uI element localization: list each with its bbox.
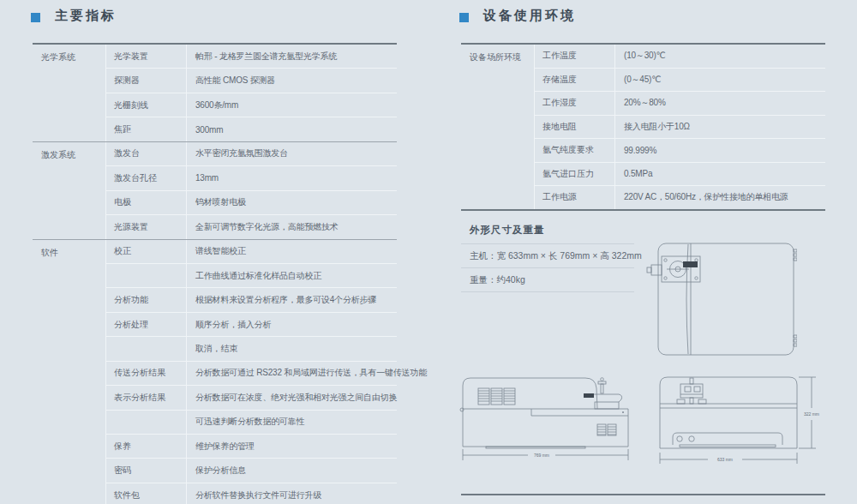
machine-body-outline	[658, 243, 794, 355]
spec-label: 接地电阻	[535, 116, 615, 139]
vents-top	[478, 388, 515, 405]
table-row: 工作电源 220V AC，50/60Hz，保护性接地的单相电源	[535, 185, 825, 209]
spec-value: 20%～80%	[615, 92, 825, 115]
table-row: 工作温度 (10～30)℃	[535, 45, 825, 68]
table-row: 激发台 水平密闭充氩氛围激发台	[106, 142, 397, 165]
bottom-divider	[461, 494, 825, 495]
side-knob	[460, 408, 464, 411]
table-row: 氩气纯度要求 99.999%	[535, 138, 825, 162]
spec-label: 保养	[106, 435, 187, 458]
vents-lower	[597, 424, 616, 435]
spec-label: 工作电源	[535, 186, 615, 209]
table-row: 接地电阻 接入电阻小于10Ω	[535, 115, 825, 139]
spec-label: 氩气纯度要求	[535, 139, 615, 162]
base-recess	[673, 433, 782, 447]
table-row: 焦距 300mm	[106, 117, 397, 141]
spec-value: 220V AC，50/60Hz，保护性接地的单相电源	[615, 186, 825, 209]
section-bullet-icon	[459, 13, 469, 22]
length-dimension-line: 769 mm	[463, 449, 628, 460]
spec-value: 高性能 CMOS 探测器	[187, 69, 397, 92]
spec-value: 谱线智能校正	[187, 240, 397, 263]
table-row: 存储温度 (0～45)℃	[535, 68, 825, 92]
spec-value: 3600条/mm	[187, 93, 397, 117]
spec-label: 分析功能	[106, 288, 187, 311]
environment-table: 设备场所环境 工作温度 (10～30)℃ 存储温度 (0～45)℃ 工作湿度 2…	[461, 43, 825, 211]
group-label: 激发系统	[33, 142, 106, 239]
spec-value: 根据材料来设置分析程序，最多可设4个分析步骤	[187, 288, 397, 311]
clamp-assembly	[677, 378, 706, 404]
spec-label: 校正	[106, 240, 187, 263]
spec-value: 保护分析信息	[187, 459, 397, 482]
spec-value: 分析数据可在浓度、绝对光强和相对光强之间自由切换	[187, 386, 397, 409]
table-row: 传送分析结果 分析数据可通过 RS232 和局域网进行传送，具有一键传送功能	[106, 361, 397, 385]
spec-value: 13mm	[187, 166, 397, 189]
group-label: 光学系统	[33, 45, 106, 141]
host-dimensions-text: 主机：宽 633mm × 长 769mm × 高 322mm	[470, 244, 642, 267]
spec-label	[106, 411, 187, 434]
table-row: 分析功能 根据材料来设置分析程序，最多可设4个分析步骤	[106, 287, 397, 311]
weight-text: 重量：约40kg	[470, 268, 525, 291]
table-row: 表示分析结果 分析数据可在浓度、绝对光强和相对光强之间自由切换	[106, 385, 397, 409]
hinges	[794, 249, 797, 346]
group-rows: 工作温度 (10～30)℃ 存储温度 (0～45)℃ 工作湿度 20%～80% …	[535, 45, 825, 209]
spec-page: 主要指标 设备使用环境 光学系统 光学装置 帕邢 - 龙格罗兰圆全谱充氩型光学系…	[0, 0, 857, 504]
spec-value: 水平密闭充氩氛围激发台	[187, 142, 397, 165]
spec-value: 钨材喷射电极	[187, 191, 397, 214]
spec-value: 分析软件替换执行文件可进行升级	[187, 483, 397, 504]
table-group-environment: 设备场所环境 工作温度 (10～30)℃ 存储温度 (0～45)℃ 工作湿度 2…	[461, 45, 825, 209]
spec-label: 光源装置	[106, 215, 187, 238]
table-row: 激发台孔径 13mm	[106, 165, 397, 189]
spec-value: 工作曲线通过标准化样品自动校正	[187, 264, 397, 287]
top-view-drawing	[646, 242, 797, 357]
spec-label	[106, 264, 187, 287]
spec-label: 激发台孔径	[106, 166, 187, 189]
lid-seam	[686, 243, 691, 355]
table-row: 保养 维护保养的管理	[106, 434, 397, 458]
spark-stand-assembly	[647, 256, 700, 282]
spec-label: 光学装置	[106, 45, 187, 68]
left-section-title: 主要指标	[55, 8, 117, 24]
spec-value: 维护保养的管理	[187, 435, 397, 458]
spec-label: 密码	[106, 459, 187, 482]
spec-label: 工作湿度	[535, 92, 615, 115]
main-indicators-table: 光学系统 光学装置 帕邢 - 龙格罗兰圆全谱充氩型光学系统 探测器 高性能 CM…	[33, 43, 397, 504]
spec-label: 分析处理	[106, 313, 187, 336]
table-row: 软件包 分析软件替换执行文件可进行升级	[106, 483, 397, 504]
right-section-title: 设备使用环境	[483, 8, 576, 24]
spec-label: 存储温度	[535, 69, 615, 92]
table-row: 光栅刻线 3600条/mm	[106, 93, 397, 117]
spec-value: 全新可调节数字化光源，高能预燃技术	[187, 215, 397, 238]
spec-value: (10～30)℃	[615, 45, 825, 68]
front-view-drawing: 633 mm 322 mm	[658, 375, 826, 470]
spec-value: 取消，结束	[187, 337, 397, 360]
table-row: 密码 保护分析信息	[106, 458, 397, 482]
table-row: 探测器 高性能 CMOS 探测器	[106, 68, 397, 92]
spec-value: 分析数据可通过 RS232 和局域网进行传送，具有一键传送功能	[187, 362, 427, 385]
spec-value: 0.5MPa	[615, 163, 825, 186]
spec-label: 传送分析结果	[106, 362, 187, 385]
table-group-excitation: 激发系统 激发台 水平密闭充氩氛围激发台 激发台孔径 13mm 电极 钨材喷射电…	[33, 141, 397, 239]
spec-value: 300mm	[187, 117, 397, 141]
spec-value: 99.999%	[615, 139, 825, 162]
table-row: 光学装置 帕邢 - 龙格罗兰圆全谱充氩型光学系统	[106, 45, 397, 68]
dimensions-title: 外形尺寸及重量	[470, 224, 545, 237]
spec-label: 软件包	[106, 483, 187, 504]
spec-label: 电极	[106, 191, 187, 214]
spec-label: 氩气进口压力	[535, 163, 615, 186]
spec-value: 帕邢 - 龙格罗兰圆全谱充氩型光学系统	[187, 45, 397, 68]
width-dimension-line: 633 mm	[660, 453, 797, 464]
dimension-label-length: 769 mm	[534, 453, 549, 458]
table-group-optical: 光学系统 光学装置 帕邢 - 龙格罗兰圆全谱充氩型光学系统 探测器 高性能 CM…	[33, 45, 397, 141]
group-rows: 激发台 水平密闭充氩氛围激发台 激发台孔径 13mm 电极 钨材喷射电极 光源装…	[106, 142, 397, 239]
spec-value: 顺序分析，插入分析	[187, 313, 397, 336]
side-view-drawing: 769 mm	[458, 375, 632, 465]
table-row: 可迅速判断分析数据的可靠性	[106, 410, 397, 434]
dimension-label-height: 322 mm	[804, 411, 819, 417]
spec-value: 可迅速判断分析数据的可靠性	[187, 411, 397, 434]
spec-label: 激发台	[106, 142, 187, 165]
section-bullet-icon	[31, 13, 40, 22]
spec-value: (0～45)℃	[615, 69, 825, 92]
spec-value: 接入电阻小于10Ω	[615, 116, 825, 139]
panel-dot	[622, 411, 624, 413]
spec-label: 探测器	[106, 69, 187, 92]
